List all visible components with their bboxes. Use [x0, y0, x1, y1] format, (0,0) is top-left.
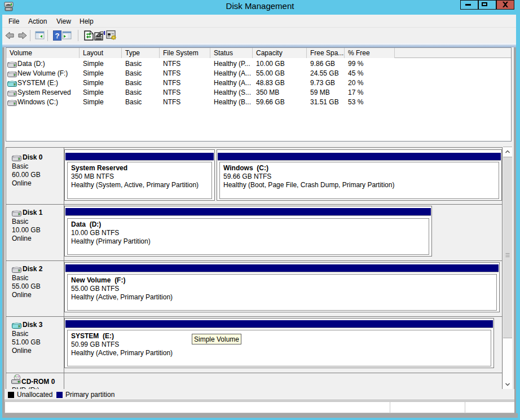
- svg-text:?: ?: [55, 32, 60, 40]
